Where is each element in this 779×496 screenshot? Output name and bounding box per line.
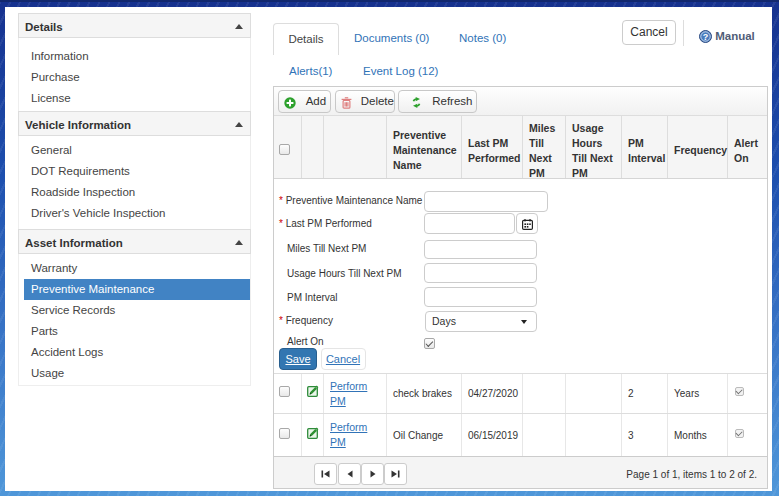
svg-text:?: ? xyxy=(703,31,709,41)
